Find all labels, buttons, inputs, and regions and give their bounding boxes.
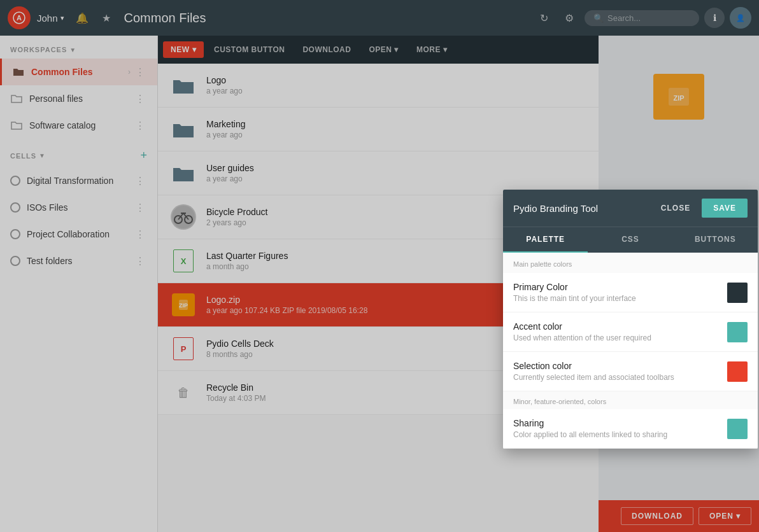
accent-color-info: Accent color Used when attention of the … bbox=[513, 321, 727, 342]
tab-buttons[interactable]: BUTTONS bbox=[673, 227, 758, 253]
primary-color-desc: This is the main tint of your interface bbox=[513, 294, 727, 303]
branding-save-button[interactable]: SAVE bbox=[702, 199, 748, 218]
main-palette-section-title: Main palette colors bbox=[503, 253, 758, 273]
branding-header: Pydio Branding Tool CLOSE SAVE bbox=[503, 190, 758, 227]
branding-close-button[interactable]: CLOSE bbox=[655, 200, 697, 216]
selection-color-label: Selection color bbox=[513, 361, 727, 371]
accent-color-row: Accent color Used when attention of the … bbox=[503, 312, 758, 352]
accent-color-desc: Used when attention of the user required bbox=[513, 333, 727, 342]
branding-tool: Pydio Branding Tool CLOSE SAVE PALETTE C… bbox=[503, 190, 758, 449]
sharing-color-row: Sharing Color applied to all elements li… bbox=[503, 409, 758, 449]
primary-color-info: Primary Color This is the main tint of y… bbox=[513, 282, 727, 303]
branding-body: Main palette colors Primary Color This i… bbox=[503, 253, 758, 449]
minor-section-title: Minor, feature-oriented, colors bbox=[503, 391, 758, 409]
selection-color-info: Selection color Currently selected item … bbox=[513, 361, 727, 382]
tab-css[interactable]: CSS bbox=[588, 227, 672, 253]
selection-color-row: Selection color Currently selected item … bbox=[503, 352, 758, 391]
accent-color-label: Accent color bbox=[513, 321, 727, 332]
sharing-color-info: Sharing Color applied to all elements li… bbox=[513, 418, 727, 439]
branding-tabs: PALETTE CSS BUTTONS bbox=[503, 227, 758, 253]
selection-color-swatch[interactable] bbox=[727, 361, 748, 382]
primary-color-swatch[interactable] bbox=[727, 283, 748, 303]
tab-palette[interactable]: PALETTE bbox=[503, 227, 588, 253]
sharing-color-swatch[interactable] bbox=[727, 419, 748, 439]
sharing-color-desc: Color applied to all elements linked to … bbox=[513, 430, 727, 439]
accent-color-swatch[interactable] bbox=[727, 322, 748, 342]
sharing-color-label: Sharing bbox=[513, 418, 727, 428]
branding-title: Pydio Branding Tool bbox=[513, 203, 655, 214]
primary-color-row: Primary Color This is the main tint of y… bbox=[503, 273, 758, 312]
primary-color-label: Primary Color bbox=[513, 282, 727, 292]
selection-color-desc: Currently selected item and associated t… bbox=[513, 373, 727, 382]
